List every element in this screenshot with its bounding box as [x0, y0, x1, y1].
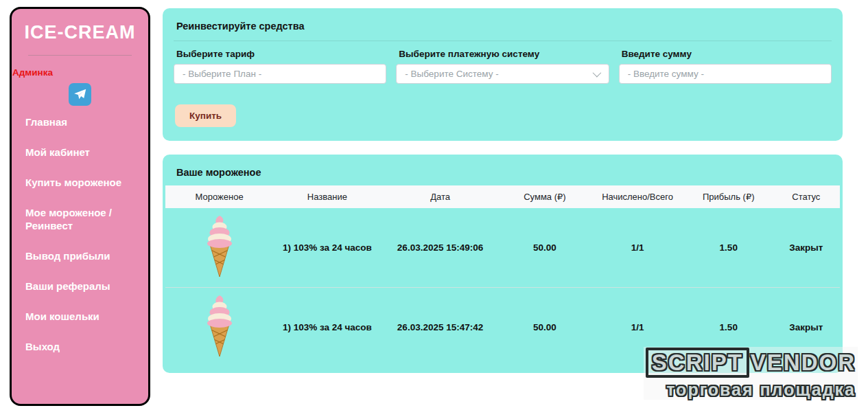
icecream-table: Мороженое Название Дата Сумма (₽) Начисл… — [165, 185, 840, 367]
sidebar-item-wallets[interactable]: Мои кошельки — [25, 310, 139, 323]
table-header: Мороженое Название Дата Сумма (₽) Начисл… — [165, 185, 840, 208]
buy-button[interactable]: Купить — [175, 104, 236, 127]
sidebar-item-buy-icecream[interactable]: Купить мороженое — [25, 176, 139, 189]
sidebar: ICE-CREAM Админка Главная Мой кабинет Ку… — [10, 7, 150, 406]
payment-system-select[interactable]: - Выберите Систему - — [396, 64, 609, 84]
amount-input[interactable] — [619, 64, 832, 84]
telegram-button[interactable] — [69, 83, 91, 106]
payment-system-field-group: Выберите платежную систему - Выберите Си… — [396, 49, 609, 84]
amount-cell: 50.00 — [500, 288, 591, 367]
column-header-date: Дата — [382, 185, 500, 208]
ice-cream-image — [202, 214, 237, 282]
chevron-down-icon — [592, 69, 601, 78]
tariff-field-group: Выберите тариф - Выберите План - — [174, 49, 386, 84]
app-logo-title: ICE-CREAM — [12, 22, 148, 43]
sidebar-divider — [28, 55, 132, 56]
table-row: 1) 103% за 24 часов 26.03.2025 15:49:06 … — [165, 208, 840, 288]
plan-name-cell: 1) 103% за 24 часов — [273, 208, 381, 288]
reinvest-fields-row: Выберите тариф - Выберите План - Выберит… — [174, 49, 832, 84]
column-header-status: Статус — [773, 185, 840, 208]
icecream-image-cell — [165, 208, 273, 288]
sidebar-item-home[interactable]: Главная — [25, 115, 139, 128]
column-header-accrued: Начислено/Всего — [590, 185, 685, 208]
amount-cell: 50.00 — [500, 208, 591, 288]
column-header-name: Название — [273, 185, 381, 208]
sidebar-item-referrals[interactable]: Ваши рефералы — [25, 280, 139, 293]
telegram-plane-icon — [73, 87, 87, 102]
page: ICE-CREAM Админка Главная Мой кабинет Ку… — [0, 0, 868, 408]
column-header-icecream: Мороженое — [165, 185, 273, 208]
sidebar-item-withdraw[interactable]: Вывод прибыли — [25, 249, 139, 262]
amount-field-group: Введите сумму — [619, 49, 832, 84]
date-cell: 26.03.2025 15:49:06 — [382, 208, 500, 288]
payment-system-label: Выберите платежную систему — [399, 49, 609, 59]
payment-system-select-value: - Выберите Систему - — [405, 69, 498, 79]
reinvest-panel: Реинвестируйте средства Выберите тариф -… — [163, 8, 843, 141]
sidebar-item-logout[interactable]: Выход — [25, 340, 139, 353]
admin-link[interactable]: Админка — [12, 67, 148, 78]
ice-cream-image — [202, 293, 237, 361]
sidebar-menu: Главная Мой кабинет Купить мороженое Мое… — [12, 115, 148, 353]
icecream-image-cell — [165, 288, 273, 367]
reinvest-panel-title: Реинвестируйте средства — [174, 18, 832, 41]
plan-name-cell: 1) 103% за 24 часов — [273, 288, 381, 367]
date-cell: 26.03.2025 15:47:42 — [382, 288, 500, 367]
column-header-amount: Сумма (₽) — [500, 185, 591, 208]
tariff-select[interactable]: - Выберите План - — [174, 64, 386, 84]
status-cell: Закрыт — [773, 208, 840, 288]
sidebar-item-my-icecream-reinvest[interactable]: Мое мороженое / Реинвест — [25, 206, 139, 232]
your-icecream-panel-title: Ваше мороженое — [163, 164, 843, 185]
watermark-brand-vendor: VENDOR — [751, 350, 856, 375]
watermark-tagline: торговая площадка — [646, 380, 856, 399]
accrued-cell: 1/1 — [590, 208, 685, 288]
profit-cell: 1.50 — [685, 208, 773, 288]
watermark-brand-script: SCRIPT — [646, 348, 749, 378]
tariff-label: Выберите тариф — [176, 49, 386, 59]
your-icecream-panel: Ваше мороженое Мороженое Название Дата С… — [163, 155, 843, 373]
amount-label: Введите сумму — [622, 49, 832, 59]
tariff-select-value: - Выберите План - — [183, 69, 261, 79]
column-header-profit: Прибыль (₽) — [685, 185, 773, 208]
scriptvendor-watermark: SCRIPT VENDOR торговая площадка — [644, 347, 858, 400]
sidebar-item-cabinet[interactable]: Мой кабинет — [25, 146, 139, 159]
watermark-brand: SCRIPT VENDOR — [646, 348, 856, 378]
